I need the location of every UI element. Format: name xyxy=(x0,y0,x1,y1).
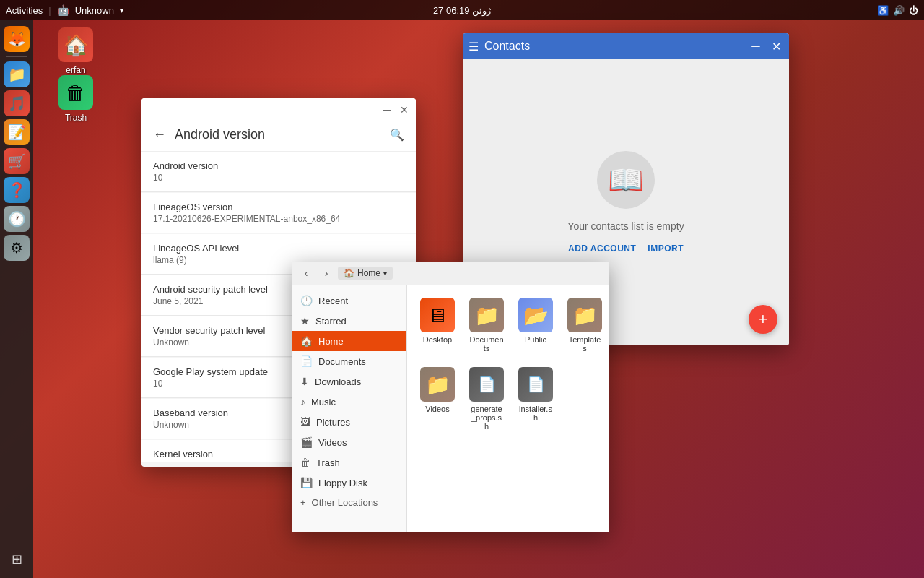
recent-icon: 🕒 xyxy=(300,295,313,306)
desktop-folder-icon: 🖥 xyxy=(420,298,455,332)
android-item-value-1: 17.1-20210626-EXPERIMENTAL-anbox_x86_64 xyxy=(153,214,404,224)
dock-apps-grid-button[interactable]: ⊞ xyxy=(4,546,30,572)
erfan-icon-label: erfan xyxy=(66,65,85,75)
fm-file-public[interactable]: 📂 Public xyxy=(514,293,557,357)
fm-file-generate-props-label: generate_props.sh xyxy=(469,405,504,431)
dock-icon-clock[interactable]: 🕐 xyxy=(4,206,30,232)
contacts-minimize-button[interactable]: ─ xyxy=(749,39,763,53)
fm-back-button[interactable]: ‹ xyxy=(297,264,315,282)
trash-icon-img: 🗑 xyxy=(58,75,93,110)
fm-path-home[interactable]: 🏠 Home ▾ xyxy=(338,267,393,280)
home-nav-icon: 🏠 xyxy=(300,335,313,347)
app-dropdown-arrow[interactable]: ▾ xyxy=(120,7,123,14)
fm-file-documents[interactable]: 📁 Documents xyxy=(465,293,508,357)
contacts-menu-button[interactable]: ☰ xyxy=(468,40,479,53)
dock-icon-appstore[interactable]: 🛒 xyxy=(4,148,30,174)
dock-icon-firefox[interactable]: 🦊 xyxy=(4,26,30,52)
fm-sidebar-videos[interactable]: 🎬 Videos xyxy=(292,432,406,452)
android-window-title: Android version xyxy=(175,127,381,142)
topbar-right: ♿ 🔊 ⏻ xyxy=(877,5,918,16)
fm-file-desktop[interactable]: 🖥 Desktop xyxy=(416,293,459,357)
contacts-close-button[interactable]: ✕ xyxy=(769,39,783,53)
android-titlebar: ─ ✕ xyxy=(141,98,416,121)
dock-separator xyxy=(6,56,27,57)
fm-sidebar-recent[interactable]: 🕒 Recent xyxy=(292,290,406,311)
starred-icon: ★ xyxy=(300,315,310,327)
fm-sidebar-floppy[interactable]: 💾 Floppy Disk xyxy=(292,473,406,493)
contacts-actions: ADD ACCOUNT IMPORT xyxy=(568,243,684,254)
fm-forward-button[interactable]: › xyxy=(318,264,335,282)
fm-file-templates-label: Templates xyxy=(567,335,602,353)
downloads-icon: ⬇ xyxy=(300,376,309,387)
erfan-icon-img: 🏠 xyxy=(58,27,93,62)
fm-file-documents-label: Documents xyxy=(469,335,504,353)
contacts-book-icon: 📖 xyxy=(597,151,655,209)
contacts-titlebar: ☰ Contacts ─ ✕ xyxy=(463,33,789,59)
android-item-label-2: LineageOS API level xyxy=(153,243,404,254)
android-search-button[interactable]: 🔍 xyxy=(390,128,404,142)
fm-sidebar-recent-label: Recent xyxy=(318,296,348,306)
contacts-fab-button[interactable]: + xyxy=(749,305,777,334)
fm-file-videos[interactable]: 📁 Videos xyxy=(416,363,459,435)
fm-sidebar-trash[interactable]: 🗑 Trash xyxy=(292,452,406,473)
plus-icon: + xyxy=(300,497,306,508)
fm-sidebar-starred-label: Starred xyxy=(315,316,346,327)
dock-icon-help[interactable]: ❓ xyxy=(4,177,30,203)
path-dropdown-icon: ▾ xyxy=(383,269,387,277)
fm-sidebar-documents[interactable]: 📄 Documents xyxy=(292,351,406,371)
android-item-label-1: LineageOS version xyxy=(153,202,404,212)
other-locations-label: Other Locations xyxy=(312,497,378,508)
music-icon: ♪ xyxy=(300,396,305,407)
fm-file-desktop-label: Desktop xyxy=(423,335,452,344)
contacts-add-account-button[interactable]: ADD ACCOUNT xyxy=(568,243,636,254)
trash-nav-icon: 🗑 xyxy=(300,457,310,468)
accessibility-icon[interactable]: ♿ xyxy=(877,5,889,16)
fm-grid: 🖥 Desktop 📁 Documents 📂 Public 📁 Templat… xyxy=(407,285,609,444)
volume-icon[interactable]: 🔊 xyxy=(893,5,905,16)
fm-path-bar: 🏠 Home ▾ xyxy=(338,267,603,280)
contacts-title: Contacts xyxy=(484,40,743,53)
fm-sidebar-downloads[interactable]: ⬇ Downloads xyxy=(292,371,406,392)
fm-other-locations[interactable]: + Other Locations xyxy=(292,493,406,512)
dock-icon-files[interactable]: 📁 xyxy=(4,61,30,87)
fm-sidebar-documents-label: Documents xyxy=(318,356,366,367)
templates-folder-icon: 📁 xyxy=(567,298,602,332)
fm-sidebar-downloads-label: Downloads xyxy=(315,376,361,387)
desktop-icon-trash[interactable]: 🗑 Trash xyxy=(51,75,101,123)
fm-file-installer[interactable]: 📄 installer.sh xyxy=(514,363,557,435)
contacts-empty-text: Your contacts list is empty xyxy=(567,220,684,232)
fm-sidebar-pictures[interactable]: 🖼 Pictures xyxy=(292,412,406,432)
videos-folder-icon: 📁 xyxy=(420,367,455,402)
fm-sidebar-floppy-label: Floppy Disk xyxy=(318,478,367,488)
fm-file-generate-props[interactable]: 📄 generate_props.sh xyxy=(465,363,508,435)
fm-sidebar-home-label: Home xyxy=(318,336,344,347)
topbar-left: Activities | 🤖 Unknown ▾ xyxy=(6,4,123,16)
app-name[interactable]: Unknown xyxy=(75,5,114,16)
activities-button[interactable]: Activities xyxy=(6,5,43,16)
dock-icon-notes[interactable]: 📝 xyxy=(4,119,30,145)
installer-icon: 📄 xyxy=(518,367,553,402)
fm-sidebar-home[interactable]: 🏠 Home xyxy=(292,331,406,351)
dock-bottom: ⊞ xyxy=(4,546,30,572)
fm-file-public-label: Public xyxy=(525,335,546,344)
dock-icon-rhythmbox[interactable]: 🎵 xyxy=(4,90,30,116)
power-icon[interactable]: ⏻ xyxy=(909,5,918,16)
trash-icon-label: Trash xyxy=(65,113,87,123)
topbar-separator: | xyxy=(48,5,51,16)
desktop-icon-erfan[interactable]: 🏠 erfan xyxy=(51,27,101,75)
android-item-lineageos-version: LineageOS version 17.1-20210626-EXPERIME… xyxy=(141,193,416,233)
android-close-button[interactable]: ✕ xyxy=(398,104,410,116)
filemanager-window: ‹ › 🏠 Home ▾ 🕒 Recent ★ Starred 🏠 Home xyxy=(292,262,609,532)
android-back-button[interactable]: ← xyxy=(153,127,166,142)
dock-icon-settings[interactable]: ⚙ xyxy=(4,235,30,261)
filemanager-body: 🕒 Recent ★ Starred 🏠 Home 📄 Documents ⬇ … xyxy=(292,285,609,532)
fm-sidebar-starred[interactable]: ★ Starred xyxy=(292,311,406,331)
fm-sidebar-music-label: Music xyxy=(311,397,336,407)
contacts-import-button[interactable]: IMPORT xyxy=(648,243,684,254)
fm-file-templates[interactable]: 📁 Templates xyxy=(563,293,606,357)
generate-props-icon: 📄 xyxy=(469,367,504,402)
android-minimize-button[interactable]: ─ xyxy=(381,104,393,116)
fm-sidebar: 🕒 Recent ★ Starred 🏠 Home 📄 Documents ⬇ … xyxy=(292,285,407,532)
fm-file-videos-label: Videos xyxy=(425,405,449,413)
fm-sidebar-music[interactable]: ♪ Music xyxy=(292,392,406,412)
